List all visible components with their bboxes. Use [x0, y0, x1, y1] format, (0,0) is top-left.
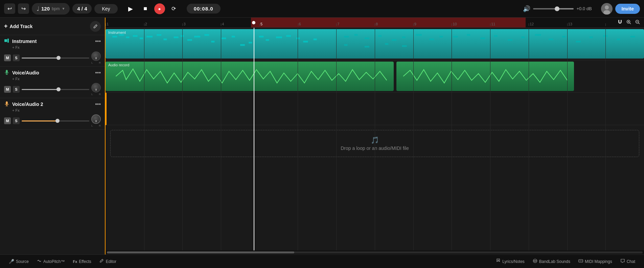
top-bar: ↩ ↪ ♩ 120 bpm ▼ 4 / 4 Key ▶ ■ ● ⟳ 00:08.… [0, 0, 644, 18]
db-display: +0.0 dB [576, 6, 598, 11]
stop-button[interactable]: ■ [139, 3, 152, 15]
lyrics-notes-tab[interactable]: Lyrics/Notes [492, 257, 528, 266]
main-area: + Add Track Instrument [0, 18, 644, 254]
instrument-clip[interactable]: Instrument [106, 29, 644, 59]
instrument-more-button[interactable]: ••• [95, 38, 101, 44]
svg-rect-60 [508, 39, 512, 41]
voice-volume-slider[interactable] [22, 89, 89, 90]
tempo-display: ♩ 120 bpm ▼ [32, 3, 70, 15]
svg-rect-66 [590, 37, 593, 38]
play-button[interactable]: ▶ [124, 3, 137, 15]
svg-rect-36 [259, 36, 263, 38]
track-header-voice2: Voice/Audio 2 ••• [4, 101, 101, 108]
undo-button[interactable]: ↩ [4, 3, 15, 14]
chat-tab[interactable]: Chat [617, 257, 639, 266]
lyrics-icon [496, 259, 501, 264]
voice2-more-button[interactable]: ••• [95, 101, 101, 107]
svg-point-8 [6, 102, 8, 105]
drop-zone[interactable]: 🎵 Drop a loop or an audio/MIDI file [110, 130, 639, 157]
scrollbar-thumb[interactable] [107, 251, 294, 253]
ruler-mark-2: 2 [144, 18, 183, 26]
bandlab-sounds-tab[interactable]: BandLab Sounds [529, 257, 574, 266]
ruler-mark-9: 9 [413, 18, 452, 26]
tracks-scroll[interactable]: Instrument [106, 28, 644, 250]
tempo-value[interactable]: 120 [41, 6, 50, 12]
instrument-mute-button[interactable]: M [4, 54, 11, 61]
invite-button[interactable]: Invite [615, 4, 640, 14]
instrument-fx[interactable]: + Fx [12, 45, 101, 49]
instrument-controls: M S LR [4, 51, 101, 64]
record-button[interactable]: ● [154, 3, 165, 14]
voice-more-button[interactable]: ••• [95, 70, 101, 76]
track-row-instrument: Instrument [106, 28, 644, 60]
track-name-row-voice2: Voice/Audio 2 [4, 101, 43, 108]
track-row-voice-audio-2 [106, 93, 644, 125]
zoom-in-button[interactable] [625, 18, 632, 27]
voice-solo-button[interactable]: S [13, 86, 20, 93]
autopitch-tab[interactable]: AutoPitch™ [33, 257, 68, 266]
svg-rect-25 [163, 39, 167, 40]
svg-rect-48 [402, 37, 406, 38]
voice-mute-button[interactable]: M [4, 86, 11, 93]
midi-notes-svg [106, 29, 644, 59]
svg-rect-38 [276, 37, 282, 38]
track-item-voice-audio: Voice/Audio ••• + Fx M S LR [0, 67, 105, 98]
svg-rect-51 [439, 36, 443, 38]
svg-rect-59 [494, 35, 498, 37]
volume-slider[interactable] [533, 8, 574, 9]
svg-rect-41 [303, 41, 308, 43]
voice2-mute-button[interactable]: M [4, 117, 11, 124]
svg-rect-45 [365, 38, 369, 39]
time-signature[interactable]: 4 / 4 [72, 4, 92, 14]
voice2-fx[interactable]: + Fx [12, 108, 101, 112]
voice2-lr-labels: LR [91, 124, 101, 127]
drop-zone-container: 🎵 Drop a loop or an audio/MIDI file [106, 125, 644, 162]
instrument-solo-button[interactable]: S [13, 54, 20, 61]
ruler-mark-5: 5 [259, 18, 298, 26]
pen-button[interactable] [90, 21, 101, 32]
track-item-voice-audio-2: Voice/Audio 2 ••• + Fx M S LR [0, 98, 105, 130]
magnet-button[interactable] [616, 18, 624, 27]
key-button[interactable]: Key [94, 4, 117, 14]
timeline-scrollbar[interactable] [106, 250, 644, 254]
voice-pan-knob[interactable] [91, 83, 101, 92]
ruler[interactable]: 1 2 3 4 5 6 7 8 9 10 11 12 13 [106, 18, 644, 28]
instrument-volume-slider[interactable] [22, 58, 89, 59]
track-row-voice-audio: Audio record [106, 60, 644, 93]
track-header-voice: Voice/Audio ••• [4, 69, 101, 76]
loop-button[interactable]: ⟳ [168, 3, 180, 15]
svg-point-1 [605, 5, 609, 9]
metronome-icon: ♩ [37, 5, 39, 13]
audio-clip-1[interactable]: Audio record [106, 62, 394, 91]
svg-point-73 [534, 260, 536, 262]
svg-rect-24 [157, 34, 161, 36]
ruler-mark-6: 6 [298, 18, 337, 26]
voice2-volume-slider[interactable] [22, 120, 89, 121]
voice2-solo-button[interactable]: S [13, 117, 20, 124]
track-name-row: Instrument [4, 38, 37, 45]
editor-icon [99, 259, 104, 264]
midi-mappings-tab[interactable]: MIDI Mappings [575, 257, 616, 266]
audio-clip-2[interactable] [396, 62, 574, 91]
track-panel: + Add Track Instrument [0, 18, 106, 254]
zoom-out-button[interactable] [634, 18, 641, 27]
redo-button[interactable]: ↪ [18, 3, 29, 14]
svg-line-16 [639, 23, 640, 24]
instrument-pan-knob[interactable] [91, 51, 101, 61]
editor-tab[interactable]: Editor [96, 257, 120, 266]
svg-point-5 [6, 70, 8, 73]
svg-rect-56 [453, 36, 458, 38]
voice-fx[interactable]: + Fx [12, 77, 101, 81]
autopitch-label: AutoPitch™ [43, 259, 65, 264]
source-tab[interactable]: 🎤 Source [5, 258, 32, 265]
svg-rect-21 [133, 35, 138, 37]
add-track-button[interactable]: + Add Track [4, 23, 32, 30]
svg-rect-30 [204, 34, 209, 36]
svg-rect-53 [365, 46, 369, 47]
plus-icon: + [4, 23, 8, 30]
voice2-pan-knob[interactable] [91, 114, 101, 124]
svg-rect-42 [314, 39, 317, 40]
source-label: Source [16, 259, 29, 264]
tempo-dropdown-icon[interactable]: ▼ [62, 7, 65, 10]
effects-tab[interactable]: Fx Effects [69, 258, 94, 265]
